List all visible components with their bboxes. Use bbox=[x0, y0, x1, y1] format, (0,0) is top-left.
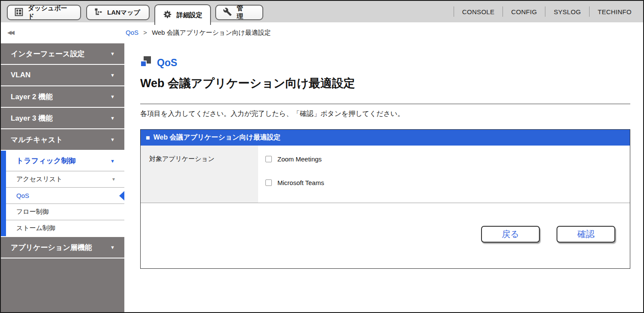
sidebar-item-multicast[interactable]: マルチキャスト ▼ bbox=[1, 129, 124, 150]
sidebar-item-interface-settings[interactable]: インターフェース設定 ▼ bbox=[1, 43, 124, 64]
panel-header: ■ Web 会議アプリケーション向け最適設定 bbox=[141, 130, 630, 146]
tab-lan-map-label: LANマップ bbox=[107, 9, 140, 17]
instruction-text: 各項目を入力してください。入力が完了したら、「確認」ボタンを押してください。 bbox=[140, 109, 630, 119]
page-title: Web 会議アプリケーション向け最適設定 bbox=[140, 76, 630, 91]
square-bullet-icon: ■ bbox=[146, 134, 150, 142]
tab-advanced-settings[interactable]: 詳細設定 bbox=[154, 4, 211, 25]
sidebar-menu: インターフェース設定 ▼ VLAN ▼ Layer 2 機能 ▼ Layer 3… bbox=[1, 43, 124, 312]
link-syslog[interactable]: SYSLOG bbox=[545, 8, 589, 15]
sidebar-item-label: マルチキャスト bbox=[11, 135, 63, 145]
chevron-down-icon: ▼ bbox=[110, 245, 115, 250]
tab-dashboard-label: ダッシュボード bbox=[28, 4, 73, 21]
tab-dashboard[interactable]: ダッシュボード bbox=[7, 5, 81, 20]
chevron-down-icon: ▼ bbox=[110, 115, 115, 121]
row-content: Zoom Meetings Microsoft Teams bbox=[258, 146, 630, 203]
sidebar-item-label: Layer 2 機能 bbox=[11, 92, 53, 102]
divider bbox=[140, 103, 630, 104]
sidebar-item-traffic-control[interactable]: トラフィック制御 ▼ bbox=[6, 151, 124, 171]
sidebar-filler bbox=[1, 258, 124, 312]
link-techinfo[interactable]: TECHINFO bbox=[590, 8, 640, 15]
chevron-down-icon: ▼ bbox=[111, 177, 116, 182]
main-content: QoS Web 会議アプリケーション向け最適設定 各項目を入力してください。入力… bbox=[124, 43, 643, 312]
breadcrumb-separator: > bbox=[143, 29, 147, 36]
tab-lan-map[interactable]: LANマップ bbox=[86, 5, 150, 20]
microsoft-teams-checkbox[interactable] bbox=[265, 179, 272, 186]
lanmap-icon bbox=[94, 8, 102, 18]
link-config[interactable]: CONFIG bbox=[503, 8, 545, 15]
checkbox-label: Microsoft Teams bbox=[277, 179, 324, 186]
sidebar-subitem-label: フロー制御 bbox=[16, 208, 49, 216]
panel-header-title: Web 会議アプリケーション向け最適設定 bbox=[153, 133, 281, 142]
sidebar-item-label: Layer 3 機能 bbox=[11, 113, 53, 123]
chevron-down-icon: ▼ bbox=[110, 51, 115, 56]
gear-icon bbox=[163, 10, 172, 20]
sidebar-subitem-label: アクセスリスト bbox=[16, 175, 62, 183]
sidebar-item-label: トラフィック制御 bbox=[16, 156, 75, 166]
checkbox-row-zoom-meetings: Zoom Meetings bbox=[265, 155, 630, 163]
section-heading: QoS bbox=[140, 56, 630, 69]
sidebar-item-label: インターフェース設定 bbox=[11, 49, 84, 59]
table-row: 対象アプリケーション Zoom Meetings Microsoft Teams bbox=[141, 146, 630, 203]
chevron-down-icon: ▼ bbox=[110, 73, 115, 78]
breadcrumb-bar: ◀◀ QoS > Web 会議アプリケーション向け最適設定 bbox=[1, 22, 643, 43]
checkbox-label: Zoom Meetings bbox=[277, 155, 322, 163]
sidebar-group-traffic-control: トラフィック制御 ▼ アクセスリスト ▼ QoS フロー制御 ストーム制御 bbox=[1, 151, 124, 236]
sidebar-item-label: アプリケーション層機能 bbox=[11, 243, 92, 252]
sidebar-subitem-flow-control[interactable]: フロー制御 bbox=[6, 204, 124, 220]
settings-panel: ■ Web 会議アプリケーション向け最適設定 対象アプリケーション Zoom M… bbox=[140, 129, 630, 269]
link-console[interactable]: CONSOLE bbox=[454, 8, 503, 15]
back-button[interactable]: 戻る bbox=[481, 226, 540, 243]
breadcrumb-link-qos[interactable]: QoS bbox=[126, 29, 138, 36]
sidebar-subitem-label: QoS bbox=[16, 192, 29, 199]
sidebar-collapse-icon[interactable]: ◀◀ bbox=[7, 29, 13, 36]
breadcrumb: QoS > Web 会議アプリケーション向け最適設定 bbox=[126, 29, 271, 37]
sidebar-item-layer2[interactable]: Layer 2 機能 ▼ bbox=[1, 86, 124, 107]
sidebar-subitem-label: ストーム制御 bbox=[16, 224, 55, 232]
section-title: QoS bbox=[157, 57, 177, 69]
qos-section-icon bbox=[140, 56, 151, 69]
confirm-button[interactable]: 確認 bbox=[557, 226, 615, 243]
zoom-meetings-checkbox[interactable] bbox=[265, 156, 272, 162]
tab-management-label: 管 理 bbox=[237, 4, 256, 21]
sidebar-subitem-storm-control[interactable]: ストーム制御 bbox=[6, 220, 124, 236]
dashboard-icon bbox=[15, 8, 23, 18]
checkbox-row-microsoft-teams: Microsoft Teams bbox=[265, 179, 630, 186]
sidebar-item-vlan[interactable]: VLAN ▼ bbox=[1, 65, 124, 85]
panel-footer: 戻る 確認 bbox=[141, 203, 630, 268]
tab-advanced-settings-label: 詳細設定 bbox=[177, 11, 202, 19]
chevron-down-icon: ▼ bbox=[110, 158, 115, 164]
breadcrumb-current: Web 会議アプリケーション向け最適設定 bbox=[152, 29, 271, 36]
row-label: 対象アプリケーション bbox=[141, 146, 258, 203]
sidebar-item-label: VLAN bbox=[11, 71, 30, 79]
top-utility-links: CONSOLE CONFIG SYSLOG TECHINFO bbox=[454, 1, 640, 22]
wrench-icon bbox=[223, 7, 232, 18]
sidebar-item-layer3[interactable]: Layer 3 機能 ▼ bbox=[1, 108, 124, 128]
active-page-marker-icon bbox=[119, 191, 124, 201]
chevron-down-icon: ▼ bbox=[110, 137, 115, 142]
sidebar-subitem-access-list[interactable]: アクセスリスト ▼ bbox=[6, 171, 124, 187]
app-window: ダッシュボード LANマップ bbox=[0, 0, 644, 313]
chevron-down-icon: ▼ bbox=[110, 94, 115, 99]
sidebar-subitem-qos[interactable]: QoS bbox=[6, 187, 124, 204]
sidebar-item-application-layer[interactable]: アプリケーション層機能 ▼ bbox=[1, 237, 124, 258]
top-navigation-bar: ダッシュボード LANマップ bbox=[1, 1, 643, 22]
tab-management[interactable]: 管 理 bbox=[215, 5, 263, 20]
